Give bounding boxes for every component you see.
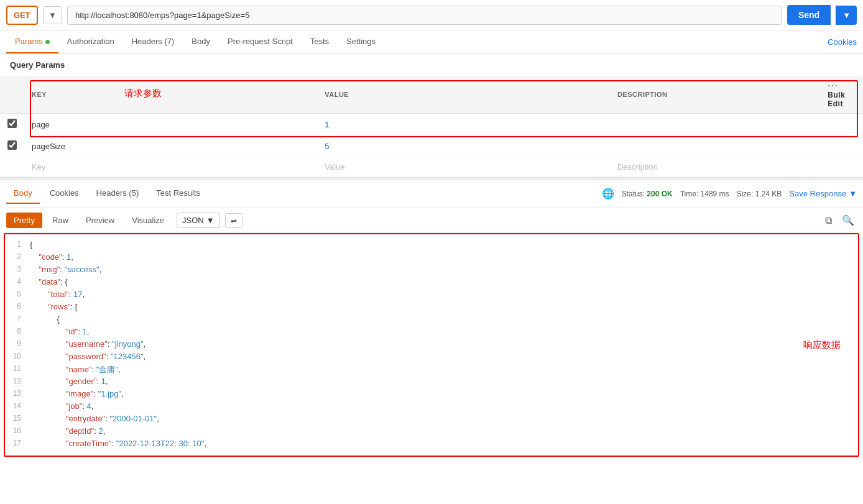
line-content: "rows": [ xyxy=(30,302,858,311)
code-view: 1{2 "code": 1,3 "msg": "success",4 "data… xyxy=(4,233,859,457)
line-content: "deptId": 2, xyxy=(30,426,858,436)
line-number: 8 xyxy=(5,327,30,336)
top-bar: GET ▼ Send ▼ xyxy=(0,0,863,30)
row2-desc-cell xyxy=(610,135,820,157)
tab-tests[interactable]: Tests xyxy=(302,30,338,53)
wrap-icon: ⇌ xyxy=(231,216,237,225)
code-line: 10 "password": "123456", xyxy=(5,351,858,364)
fmt-tab-visualize[interactable]: Visualize xyxy=(124,213,172,228)
empty-desc-cell[interactable]: Description xyxy=(610,157,820,177)
row2-key-cell: pageSize xyxy=(24,135,317,157)
response-status-bar: 🌐 Status: 200 OK Time: 1489 ms Size: 1.2… xyxy=(602,188,857,199)
tab-params[interactable]: Params xyxy=(6,30,58,53)
row2-actions-cell xyxy=(820,135,863,157)
response-time: Time: 1489 ms xyxy=(680,190,729,198)
row1-key: page xyxy=(32,120,50,129)
line-number: 7 xyxy=(5,314,30,323)
code-line: 4 "data": { xyxy=(5,277,858,289)
send-dropdown-button[interactable]: ▼ xyxy=(836,6,857,25)
code-line: 11 "name": "金庸", xyxy=(5,364,858,376)
code-line: 1{ xyxy=(5,239,858,252)
line-content: "username": "jinyong", xyxy=(30,339,858,349)
line-content: { xyxy=(30,314,858,324)
row1-actions-cell xyxy=(820,114,863,135)
line-number: 13 xyxy=(5,389,30,398)
method-label: GET xyxy=(14,11,30,20)
line-content: "job": 4, xyxy=(30,401,858,411)
empty-value-cell[interactable]: Value xyxy=(317,157,610,177)
more-options-icon[interactable]: ··· xyxy=(828,81,839,91)
wrap-button[interactable]: ⇌ xyxy=(225,213,242,228)
tab-settings[interactable]: Settings xyxy=(338,30,384,53)
line-content: "code": 1, xyxy=(30,252,858,262)
line-content: "gender": 1, xyxy=(30,377,858,386)
tab-headers[interactable]: Headers (7) xyxy=(123,30,183,53)
row2-value-cell: 5 xyxy=(317,135,610,157)
line-number: 14 xyxy=(5,401,30,410)
line-content: "id": 1, xyxy=(30,327,858,336)
th-value: VALUE xyxy=(317,76,610,114)
th-description: DESCRIPTION xyxy=(610,76,820,114)
bulk-edit-button[interactable]: Bulk Edit xyxy=(828,91,845,108)
url-input[interactable] xyxy=(67,6,782,25)
resp-tab-cookies[interactable]: Cookies xyxy=(42,183,86,204)
copy-button[interactable]: ⧉ xyxy=(823,213,834,229)
tab-authorization[interactable]: Authorization xyxy=(58,30,123,53)
search-button[interactable]: 🔍 xyxy=(839,212,857,229)
row1-checkbox[interactable] xyxy=(7,119,17,128)
tab-pre-request[interactable]: Pre-request Script xyxy=(219,30,302,53)
fmt-tab-pretty[interactable]: Pretty xyxy=(6,213,42,228)
format-bar: Pretty Raw Preview Visualize JSON ▼ ⇌ ⧉ … xyxy=(0,208,863,233)
line-number: 17 xyxy=(5,439,30,447)
copy-icon: ⧉ xyxy=(825,215,832,226)
save-response-dropdown-icon: ▼ xyxy=(849,189,857,198)
status-label: Status: 200 OK xyxy=(622,190,673,198)
empty-checkbox-cell xyxy=(0,157,24,177)
th-checkbox xyxy=(0,76,24,114)
method-button[interactable]: GET xyxy=(6,6,38,25)
code-line: 2 "code": 1, xyxy=(5,252,858,264)
method-dropdown[interactable]: ▼ xyxy=(43,6,62,24)
line-content: "msg": "success", xyxy=(30,265,858,274)
status-value: 200 OK xyxy=(647,190,672,198)
globe-icon: 🌐 xyxy=(602,188,614,199)
row2-checkbox[interactable] xyxy=(7,140,17,150)
response-tabs-bar: Body Cookies Headers (5) Test Results 🌐 … xyxy=(0,180,863,208)
resp-tab-test-results[interactable]: Test Results xyxy=(149,183,208,204)
line-number: 4 xyxy=(5,277,30,286)
tab-body[interactable]: Body xyxy=(183,30,219,53)
empty-key-placeholder: Key xyxy=(32,162,45,172)
code-line: 13 "image": "1.jpg", xyxy=(5,388,858,401)
search-icon: 🔍 xyxy=(842,215,854,226)
row2-checkbox-cell xyxy=(0,135,24,157)
fmt-tab-raw[interactable]: Raw xyxy=(45,213,76,228)
cookies-link[interactable]: Cookies xyxy=(828,31,857,53)
params-table: KEY VALUE DESCRIPTION ··· Bulk Edit page xyxy=(0,76,863,177)
code-line: 3 "msg": "success", xyxy=(5,264,858,277)
line-content: "data": { xyxy=(30,277,858,286)
th-actions: ··· Bulk Edit xyxy=(820,76,863,114)
line-content: "entrydate": "2000-01-01", xyxy=(30,414,858,423)
params-active-dot xyxy=(45,40,50,44)
table-row: pageSize 5 xyxy=(0,135,863,157)
code-line: 9 "username": "jinyong", xyxy=(5,339,858,351)
code-line: 6 "rows": [ xyxy=(5,301,858,314)
line-content: { xyxy=(30,240,858,249)
code-line: 17 "createTime": "2022-12-13T22: 30: 10"… xyxy=(5,438,858,451)
line-number: 15 xyxy=(5,414,30,423)
line-number: 10 xyxy=(5,352,30,360)
line-content: "total": 17, xyxy=(30,290,858,299)
line-content: "image": "1.jpg", xyxy=(30,389,858,398)
fmt-tab-preview[interactable]: Preview xyxy=(78,213,122,228)
empty-key-cell[interactable]: Key xyxy=(24,157,317,177)
row1-value-cell: 1 xyxy=(317,114,610,135)
line-number: 5 xyxy=(5,290,30,298)
format-select[interactable]: JSON ▼ xyxy=(177,213,220,228)
line-number: 6 xyxy=(5,302,30,311)
line-content: "password": "123456", xyxy=(30,352,858,361)
row1-value: 1 xyxy=(325,120,329,129)
resp-tab-body[interactable]: Body xyxy=(6,183,40,204)
resp-tab-headers[interactable]: Headers (5) xyxy=(89,183,147,204)
send-button[interactable]: Send xyxy=(787,5,831,25)
save-response-button[interactable]: Save Response ▼ xyxy=(789,189,857,198)
